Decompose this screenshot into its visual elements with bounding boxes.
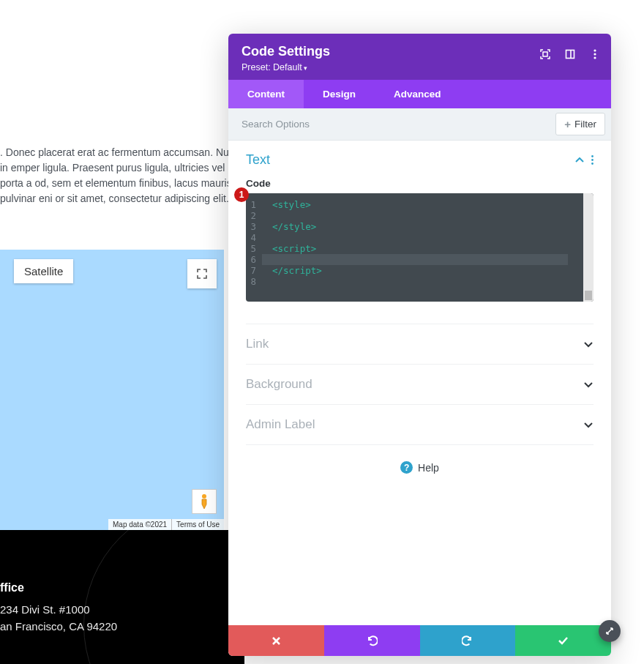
expand-icon[interactable] bbox=[539, 48, 551, 60]
redo-button[interactable] bbox=[420, 625, 516, 656]
search-row: Search Options + Filter bbox=[228, 108, 611, 141]
section-background-title: Background bbox=[246, 377, 312, 392]
map-terms-link[interactable]: Terms of Use bbox=[171, 519, 224, 530]
section-link-title: Link bbox=[246, 337, 269, 351]
map-attribution: Map data ©2021 Terms of Use bbox=[108, 519, 224, 530]
resize-icon bbox=[604, 626, 615, 636]
help-icon: ? bbox=[400, 461, 413, 474]
map-data-label: Map data ©2021 bbox=[108, 519, 171, 530]
page-footer: ffice 234 Divi St. #1000 an Francisco, C… bbox=[0, 530, 244, 664]
filter-button[interactable]: + Filter bbox=[555, 113, 605, 135]
map-fullscreen-button[interactable] bbox=[187, 259, 217, 288]
search-input[interactable]: Search Options bbox=[228, 109, 550, 139]
section-text-title[interactable]: Text bbox=[246, 152, 270, 168]
callout-badge-1: 1 bbox=[234, 187, 249, 202]
plus-icon: + bbox=[564, 118, 571, 130]
svg-point-8 bbox=[591, 159, 594, 161]
kebab-icon[interactable] bbox=[591, 155, 594, 165]
section-admin-label[interactable]: Admin Label bbox=[246, 405, 594, 445]
check-icon bbox=[558, 636, 569, 645]
preset-selector[interactable]: Preset: Default bbox=[242, 62, 598, 72]
footer-title: ffice bbox=[0, 581, 117, 594]
svg-point-5 bbox=[594, 53, 596, 55]
svg-rect-1 bbox=[543, 52, 547, 56]
footer-address-1: 234 Divi St. #1000 bbox=[0, 603, 117, 616]
section-link[interactable]: Link bbox=[246, 324, 594, 365]
map-pegman-button[interactable] bbox=[192, 489, 217, 514]
svg-point-7 bbox=[591, 155, 594, 157]
svg-point-9 bbox=[591, 163, 594, 165]
svg-rect-2 bbox=[566, 51, 574, 59]
page-body-text: . Donec placerat erat ac fermentum accum… bbox=[0, 145, 245, 206]
panel-footer bbox=[228, 625, 611, 656]
tab-advanced[interactable]: Advanced bbox=[375, 80, 460, 108]
chevron-down-icon bbox=[583, 422, 594, 428]
chevron-down-icon bbox=[583, 381, 594, 388]
footer-address-2: an Francisco, CA 94220 bbox=[0, 620, 117, 633]
map-satellite-button[interactable]: Satellite bbox=[14, 259, 73, 283]
redo-icon bbox=[462, 635, 473, 646]
panel-header: Code Settings Preset: Default bbox=[228, 34, 611, 80]
map-widget[interactable]: Satellite Map data ©2021 Terms of Use bbox=[0, 250, 224, 530]
kebab-icon[interactable] bbox=[589, 48, 601, 60]
snap-icon[interactable] bbox=[564, 48, 576, 60]
cancel-button[interactable] bbox=[228, 625, 324, 656]
tab-design[interactable]: Design bbox=[304, 80, 375, 108]
save-button[interactable] bbox=[515, 625, 611, 656]
panel-tabs: Content Design Advanced bbox=[228, 80, 611, 108]
section-text: Text Code 1 1<style> 2 3</style> 4 5<scr… bbox=[246, 141, 594, 302]
code-editor[interactable]: 1<style> 2 3</style> 4 5<script> 6 7</sc… bbox=[246, 193, 594, 302]
undo-icon bbox=[366, 635, 378, 646]
pegman-icon bbox=[199, 493, 209, 510]
undo-button[interactable] bbox=[324, 625, 420, 656]
svg-point-0 bbox=[202, 494, 206, 499]
close-icon bbox=[272, 636, 281, 646]
section-admin-label-title: Admin Label bbox=[246, 417, 315, 432]
help-link[interactable]: ? Help bbox=[246, 445, 594, 490]
code-field-label: Code bbox=[246, 178, 594, 189]
section-background[interactable]: Background bbox=[246, 365, 594, 405]
resize-handle[interactable] bbox=[599, 620, 621, 642]
tab-content[interactable]: Content bbox=[228, 80, 304, 108]
svg-point-6 bbox=[594, 56, 596, 59]
filter-label: Filter bbox=[574, 119, 596, 130]
fullscreen-icon bbox=[196, 268, 208, 280]
code-settings-panel: Code Settings Preset: Default Content De… bbox=[228, 34, 611, 656]
help-label: Help bbox=[418, 462, 439, 474]
svg-point-4 bbox=[594, 49, 596, 51]
editor-scrollbar[interactable] bbox=[583, 193, 594, 302]
chevron-up-icon[interactable] bbox=[575, 157, 584, 163]
chevron-down-icon bbox=[583, 341, 594, 348]
